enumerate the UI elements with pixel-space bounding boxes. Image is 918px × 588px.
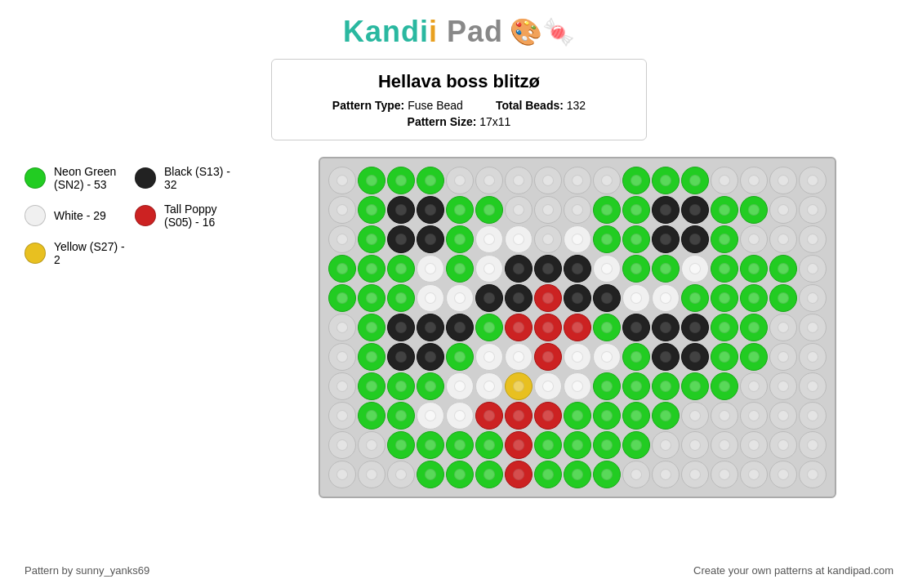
legend-label: Black (S13) - 32	[164, 165, 237, 191]
legend-label: Neon Green (SN2) - 53	[54, 165, 127, 191]
bead	[534, 343, 562, 371]
bead	[711, 461, 738, 488]
bead	[622, 372, 650, 400]
bead	[358, 402, 385, 430]
bead	[799, 343, 827, 371]
bead	[417, 225, 444, 253]
bead	[711, 284, 738, 312]
bead	[387, 167, 415, 194]
bead	[799, 255, 827, 283]
info-row-2: Pattern Size: 17x11	[288, 115, 630, 128]
bead	[475, 196, 503, 224]
bead	[505, 167, 533, 194]
bead	[417, 431, 444, 459]
bead	[328, 284, 356, 312]
info-card: Hellava boss blitzø Pattern Type: Fuse B…	[271, 59, 647, 140]
bead	[417, 461, 444, 488]
bead	[711, 402, 738, 430]
bead	[417, 372, 444, 400]
bead	[446, 255, 474, 283]
bead	[740, 284, 768, 312]
bead	[799, 196, 827, 224]
bead	[564, 343, 591, 371]
logo-i: i	[429, 15, 438, 48]
bead	[328, 314, 356, 341]
bead	[564, 284, 591, 312]
bead	[417, 167, 444, 194]
bead	[328, 461, 356, 488]
bead	[681, 402, 709, 430]
bead	[475, 431, 503, 459]
bead-grid	[328, 167, 827, 488]
bead	[769, 431, 797, 459]
bead	[622, 196, 650, 224]
bead	[534, 284, 562, 312]
bead	[799, 461, 827, 488]
bead	[652, 461, 680, 488]
bead	[505, 431, 533, 459]
bead	[564, 461, 591, 488]
bead	[769, 225, 797, 253]
bead	[799, 225, 827, 253]
bead	[417, 255, 444, 283]
bead	[564, 372, 591, 400]
bead	[358, 461, 385, 488]
legend-item: Tall Poppy (S05) - 16	[135, 203, 237, 229]
bead	[505, 402, 533, 430]
logo: Kandii Pad	[343, 15, 503, 49]
bead	[681, 431, 709, 459]
bead	[358, 372, 385, 400]
bead	[593, 461, 621, 488]
legend-item: Neon Green (SN2) - 53	[25, 165, 127, 191]
bead	[387, 225, 415, 253]
bead	[652, 431, 680, 459]
bead	[711, 255, 738, 283]
bead	[799, 431, 827, 459]
bead	[681, 225, 709, 253]
bead	[564, 314, 591, 341]
bead	[475, 343, 503, 371]
bead	[328, 196, 356, 224]
bead	[622, 314, 650, 341]
bead	[622, 402, 650, 430]
bead	[711, 314, 738, 341]
bead	[358, 314, 385, 341]
bead	[740, 431, 768, 459]
bead	[446, 196, 474, 224]
bead	[475, 314, 503, 341]
bead	[769, 461, 797, 488]
bead	[681, 461, 709, 488]
bead	[711, 196, 738, 224]
bead	[534, 225, 562, 253]
bead	[505, 196, 533, 224]
bead	[446, 461, 474, 488]
bead	[564, 196, 591, 224]
bead	[593, 196, 621, 224]
legend-item: White - 29	[25, 203, 127, 229]
bead	[534, 402, 562, 430]
bead	[711, 372, 738, 400]
bead	[534, 255, 562, 283]
footer-left: Pattern by sunny_yanks69	[25, 564, 149, 577]
color-swatch	[25, 167, 46, 189]
bead	[446, 372, 474, 400]
info-row-1: Pattern Type: Fuse Bead Total Beads: 132	[288, 99, 630, 112]
bead	[622, 343, 650, 371]
legend-label: Yellow (S27) - 2	[54, 240, 127, 266]
bead	[417, 343, 444, 371]
bead	[622, 461, 650, 488]
bead	[358, 255, 385, 283]
bead	[711, 431, 738, 459]
bead	[417, 402, 444, 430]
bead	[681, 314, 709, 341]
legend-item: Yellow (S27) - 2	[25, 240, 127, 266]
bead	[417, 284, 444, 312]
bead	[446, 225, 474, 253]
bead	[769, 314, 797, 341]
bead	[446, 284, 474, 312]
bead	[564, 225, 591, 253]
legend-label: White - 29	[54, 209, 106, 222]
bead	[740, 314, 768, 341]
bead	[593, 431, 621, 459]
bead	[652, 255, 680, 283]
